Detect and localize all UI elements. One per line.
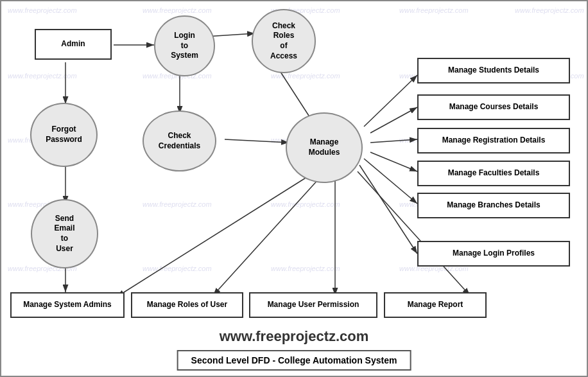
manage-courses-node: Manage Courses Details [417, 94, 570, 120]
diagram-container: www.freeprojectz.com www.freeprojectz.co… [0, 0, 588, 377]
manage-admins-node: Manage System Admins [10, 292, 125, 318]
manage-faculties-node: Manage Faculties Details [417, 161, 570, 186]
svg-line-9 [364, 75, 417, 127]
svg-line-5 [225, 139, 289, 143]
login-node: LogintoSystem [154, 15, 215, 76]
diagram-title: Second Level DFD - College Automation Sy… [177, 350, 411, 371]
watermark-4: www.freeprojectz.com [399, 6, 469, 14]
admin-node: Admin [35, 29, 112, 60]
watermark-21: www.freeprojectz.com [271, 265, 340, 272]
manage-modules-node: ManageModules [286, 112, 363, 183]
watermark-6: www.freeprojectz.com [8, 72, 77, 80]
svg-line-10 [370, 107, 417, 133]
manage-roles-node: Manage Roles of User [131, 292, 243, 318]
footer-watermark: www.freeprojectz.com [1, 328, 587, 345]
send-email-node: SendEmailtoUser [31, 199, 98, 268]
svg-line-13 [364, 159, 417, 204]
watermark-1: www.freeprojectz.com [8, 6, 77, 14]
manage-login-node: Manage Login Profiles [417, 241, 570, 267]
svg-line-18 [358, 171, 470, 295]
manage-report-node: Manage Report [384, 292, 487, 318]
svg-line-11 [370, 139, 417, 143]
watermark-16: www.freeprojectz.com [143, 200, 212, 208]
svg-line-16 [213, 171, 325, 295]
watermark-17: www.freeprojectz.com [271, 200, 340, 208]
manage-registration-node: Manage Registration Details [417, 128, 570, 153]
check-roles-node: CheckRolesofAccess [252, 9, 316, 73]
svg-line-12 [370, 152, 417, 171]
watermark-5: www.freeprojectz.com [515, 6, 584, 14]
manage-students-node: Manage Students Details [417, 58, 570, 83]
svg-line-15 [117, 171, 316, 297]
watermark-20: www.freeprojectz.com [143, 265, 212, 272]
svg-line-14 [359, 165, 417, 254]
manage-branches-node: Manage Branches Details [417, 193, 570, 218]
watermark-2: www.freeprojectz.com [143, 6, 212, 14]
manage-permission-node: Manage User Permission [249, 292, 377, 318]
forgot-password-node: ForgotPassword [30, 103, 98, 167]
check-credentials-node: CheckCredentials [143, 110, 216, 171]
